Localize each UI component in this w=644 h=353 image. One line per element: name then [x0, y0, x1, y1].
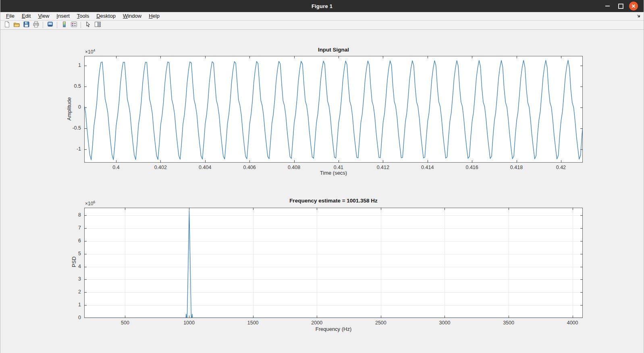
x-tick-label: 1000	[175, 320, 203, 326]
x-tick-label: 3000	[430, 320, 459, 326]
x-tick-label: 0.406	[235, 165, 264, 170]
y-tick-label: 0	[59, 315, 81, 320]
x-tick-label: 500	[111, 320, 139, 326]
x-tick-label: 0.404	[191, 165, 219, 170]
menubar: FileEditViewInsertToolsDesktopWindowHelp	[0, 12, 644, 21]
insert-legend-button[interactable]	[69, 21, 78, 29]
x-tick-label: 0.4	[102, 165, 130, 170]
x-tick-label: 4000	[559, 320, 587, 326]
window-title: Figure 1	[312, 3, 332, 9]
x-tick-label: 0.42	[547, 165, 575, 170]
edit-plot-icon	[85, 21, 91, 29]
y-axis-multiplier-bottom: ×106	[85, 200, 95, 206]
new-document-icon	[4, 21, 10, 29]
figure-canvas: Input Signal ×104 Amplitude Time (secs) …	[0, 30, 644, 353]
open-file-icon	[13, 21, 20, 29]
menu-edit[interactable]: Edit	[18, 12, 34, 20]
x-axis-label-frequency: Frequency (Hz)	[84, 326, 583, 332]
menu-insert[interactable]: Insert	[53, 12, 73, 20]
y-tick-label: 0.5	[59, 83, 81, 89]
y-tick-label: 1	[59, 302, 81, 308]
menu-view[interactable]: View	[34, 12, 53, 20]
toolbar-separator	[57, 22, 57, 28]
open-file-button[interactable]	[12, 21, 21, 29]
y-tick-label: -1	[59, 146, 81, 152]
insert-legend-icon	[71, 21, 77, 29]
menu-file[interactable]: File	[2, 12, 18, 20]
titlebar[interactable]: Figure 1 ✕	[0, 0, 644, 12]
x-tick-label: 0.408	[280, 165, 308, 170]
x-tick-label: 0.418	[503, 165, 531, 170]
y-tick-label: -0.5	[59, 125, 81, 131]
figure-window: Figure 1 ✕ FileEditViewInsertToolsDeskto…	[0, 0, 644, 353]
maximize-button[interactable]	[616, 1, 625, 11]
y-tick-label: 0	[59, 104, 81, 110]
x-tick-label: 0.412	[369, 165, 397, 170]
print-figure-button[interactable]	[31, 21, 40, 29]
link-plot-icon	[47, 21, 54, 29]
print-figure-icon	[33, 21, 39, 29]
save-figure-button[interactable]	[22, 21, 31, 29]
y-tick-label: 4	[59, 264, 81, 269]
x-tick-label: 0.402	[146, 165, 175, 170]
y-tick-label: 5	[59, 251, 81, 256]
property-inspector-icon	[94, 21, 101, 29]
menu-tools[interactable]: Tools	[73, 12, 93, 20]
x-axis-label-time: Time (secs)	[84, 170, 583, 176]
menu-desktop[interactable]: Desktop	[93, 12, 119, 20]
menu-help[interactable]: Help	[145, 12, 163, 20]
x-tick-label: 3500	[494, 320, 523, 326]
x-tick-label: 0.414	[413, 165, 442, 170]
figure-toolbar	[0, 21, 644, 30]
menu-window[interactable]: Window	[119, 12, 145, 20]
edit-plot-button[interactable]	[83, 21, 92, 29]
y-tick-label: 2	[59, 289, 81, 295]
close-button[interactable]: ✕	[629, 2, 638, 10]
x-tick-label: 1500	[239, 320, 267, 326]
plot-title-frequency-estimate: Frequency estimate = 1001.358 Hz	[84, 198, 583, 204]
window-controls: ✕	[602, 0, 644, 12]
y-tick-label: 7	[59, 225, 81, 231]
insert-colorbar-button[interactable]	[60, 21, 69, 29]
maximize-icon	[618, 4, 623, 9]
y-tick-label: 6	[59, 238, 81, 244]
link-plot-button[interactable]	[46, 21, 54, 29]
y-tick-label: 8	[59, 212, 81, 218]
x-tick-label: 0.41	[324, 165, 353, 170]
psd-axes	[84, 208, 583, 318]
new-document-button[interactable]	[2, 21, 11, 29]
toolbar-separator	[43, 22, 43, 28]
property-inspector-button[interactable]	[93, 21, 102, 29]
toolbar-separator	[81, 22, 81, 28]
x-tick-label: 0.416	[458, 165, 486, 170]
plot-title-input-signal: Input Signal	[84, 47, 583, 53]
close-icon: ✕	[632, 3, 636, 8]
y-axis-multiplier-top: ×104	[85, 48, 95, 55]
y-tick-label: 3	[59, 276, 81, 282]
x-tick-label: 2000	[303, 320, 331, 326]
save-figure-icon	[23, 21, 30, 29]
minimize-button[interactable]	[602, 1, 612, 11]
insert-colorbar-icon	[61, 21, 68, 29]
minimize-icon	[605, 6, 610, 6]
input-signal-axes	[84, 56, 583, 163]
x-tick-label: 2500	[367, 320, 395, 326]
y-tick-label: 1	[59, 62, 81, 68]
menubar-overflow-icon[interactable]	[636, 14, 641, 19]
